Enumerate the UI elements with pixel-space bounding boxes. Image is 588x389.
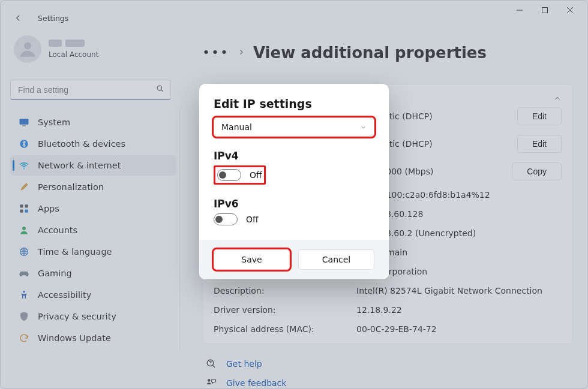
cancel-button[interactable]: Cancel (298, 249, 374, 270)
ipv4-label: IPv4 (214, 150, 374, 162)
ip-mode-select[interactable]: Manual (214, 117, 374, 137)
ipv4-toggle-state: Off (250, 170, 262, 180)
ipv6-toggle[interactable] (214, 213, 238, 225)
ipv4-toggle[interactable] (217, 169, 241, 181)
chevron-down-icon (360, 124, 367, 131)
ipv6-toggle-state: Off (246, 215, 259, 224)
settings-window: Settings Local Account (0, 0, 588, 389)
edit-ip-dialog: Edit IP settings Manual IPv4 Off IPv6 Of… (199, 84, 389, 279)
save-button[interactable]: Save (214, 249, 290, 270)
dialog-title: Edit IP settings (214, 97, 374, 110)
ipv6-label: IPv6 (214, 198, 374, 210)
ip-mode-value: Manual (221, 122, 252, 132)
